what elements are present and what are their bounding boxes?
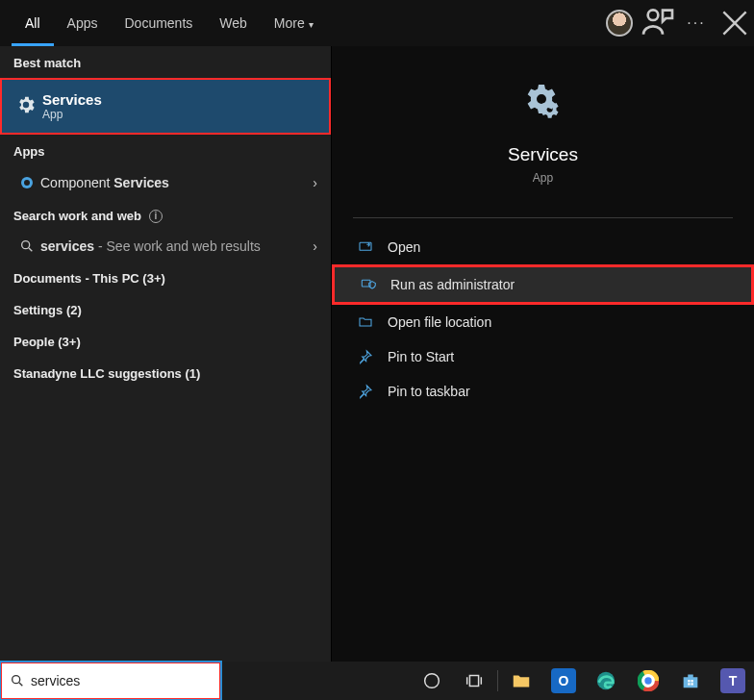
search-tabs: All Apps Documents Web More▾ ··· <box>0 0 754 46</box>
best-match-title: Services <box>42 91 102 108</box>
best-match-sub: App <box>42 108 102 121</box>
results-panel: Best match Services App Apps Component S… <box>0 46 331 662</box>
search-icon <box>10 673 25 688</box>
services-large-icon <box>520 83 566 129</box>
shield-run-icon <box>360 277 377 292</box>
search-icon <box>13 238 40 254</box>
tab-web[interactable]: Web <box>206 0 261 46</box>
info-icon: i <box>149 210 163 223</box>
preview-title: Services <box>508 144 578 165</box>
best-match-header: Best match <box>0 46 331 78</box>
people-group[interactable]: People (3+) <box>0 325 331 357</box>
result-component-services[interactable]: Component Services › <box>0 166 331 199</box>
services-gear-icon <box>15 94 37 115</box>
edge-icon[interactable] <box>585 662 627 700</box>
preview-panel: Services App Open Run as administrator O… <box>331 46 754 662</box>
svg-point-2 <box>24 180 30 186</box>
task-view-icon[interactable] <box>453 662 495 700</box>
svg-rect-17 <box>688 683 690 685</box>
store-icon[interactable] <box>669 662 712 700</box>
cortana-icon[interactable] <box>411 662 453 700</box>
user-avatar[interactable] <box>600 0 639 46</box>
folder-icon <box>357 314 374 330</box>
svg-rect-18 <box>691 683 692 685</box>
preview-sub: App <box>533 171 553 185</box>
more-options-icon[interactable]: ··· <box>677 0 716 46</box>
pin-icon <box>357 384 374 399</box>
svg-rect-16 <box>691 680 692 682</box>
taskbar: O T <box>0 662 754 700</box>
file-explorer-icon[interactable] <box>500 662 542 700</box>
svg-point-14 <box>644 677 651 684</box>
action-pin-to-taskbar[interactable]: Pin to taskbar <box>332 374 754 409</box>
svg-rect-8 <box>469 676 478 687</box>
chevron-right-icon: › <box>313 175 317 190</box>
svg-point-7 <box>425 674 440 688</box>
close-icon[interactable] <box>716 0 754 46</box>
action-run-as-admin[interactable]: Run as administrator <box>332 264 754 305</box>
chrome-icon[interactable] <box>627 662 669 700</box>
svg-point-3 <box>22 241 30 249</box>
best-match-item[interactable]: Services App <box>0 78 331 135</box>
suggestions-group[interactable]: Stanadyne LLC suggestions (1) <box>0 357 331 388</box>
action-open-file-location[interactable]: Open file location <box>332 305 754 339</box>
action-pin-to-start[interactable]: Pin to Start <box>332 339 754 374</box>
result-web-services[interactable]: services - See work and web results › <box>0 231 331 262</box>
feedback-icon[interactable] <box>639 0 677 46</box>
settings-group[interactable]: Settings (2) <box>0 293 331 325</box>
documents-group[interactable]: Documents - This PC (3+) <box>0 262 331 293</box>
svg-rect-15 <box>688 680 690 682</box>
teams-icon[interactable]: T <box>712 662 754 700</box>
taskbar-search[interactable] <box>0 662 221 700</box>
apps-header: Apps <box>0 135 331 166</box>
svg-point-6 <box>13 676 20 684</box>
search-web-header: Search work and web i <box>0 199 331 231</box>
action-open[interactable]: Open <box>332 230 754 264</box>
tab-apps[interactable]: Apps <box>54 0 112 46</box>
component-services-icon <box>13 174 40 191</box>
chevron-right-icon: › <box>313 238 317 254</box>
chevron-down-icon: ▾ <box>309 19 314 30</box>
open-icon <box>357 239 374 255</box>
search-input[interactable] <box>31 673 212 688</box>
svg-point-0 <box>648 10 659 20</box>
tab-documents[interactable]: Documents <box>111 0 206 46</box>
tab-all[interactable]: All <box>12 0 54 46</box>
divider <box>353 217 733 218</box>
pin-icon <box>357 349 374 364</box>
outlook-icon[interactable]: O <box>542 662 585 700</box>
tab-more[interactable]: More▾ <box>261 0 327 46</box>
